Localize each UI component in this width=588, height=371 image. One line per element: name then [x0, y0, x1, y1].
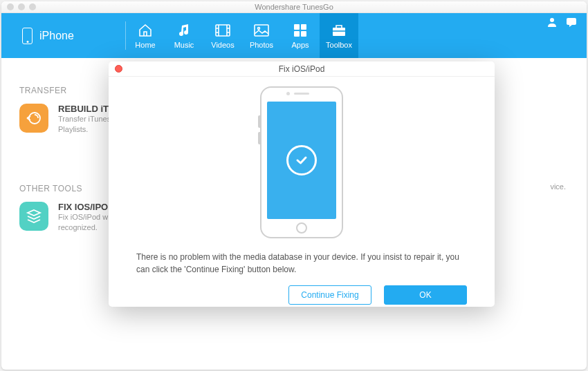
device-selector[interactable]: iPhone: [1, 13, 126, 58]
videos-icon: [215, 23, 230, 38]
svg-rect-9: [567, 18, 576, 25]
nav-label: Home: [135, 41, 155, 49]
svg-rect-0: [216, 25, 230, 36]
svg-rect-7: [333, 28, 345, 36]
modal-message: There is no problem with the media datab…: [136, 251, 467, 276]
modal-title: Fix iOS/iPod: [109, 61, 495, 77]
phone-home-button: [296, 222, 307, 234]
nav-label: Photos: [250, 41, 273, 49]
svg-rect-4: [301, 24, 306, 30]
phone-icon: [22, 28, 33, 44]
modal-body: There is no problem with the media datab…: [109, 77, 495, 313]
nav-home[interactable]: Home: [126, 13, 165, 58]
nav-label: Toolbox: [326, 41, 352, 49]
titlebar: Wondershare TunesGo: [1, 1, 587, 13]
photos-icon: [254, 23, 269, 38]
nav-tabs: Home Music Videos Photos: [126, 13, 358, 58]
home-icon: [138, 23, 153, 38]
phone-side-button: [258, 132, 260, 144]
divider: [125, 21, 126, 50]
music-icon: [176, 23, 192, 38]
phone-camera: [286, 92, 290, 95]
nav-label: Music: [174, 41, 194, 49]
truncated-text-right: vice.: [550, 182, 566, 191]
rebuild-icon: [19, 104, 48, 133]
toolbox-icon: [331, 23, 347, 38]
nav-toolbox[interactable]: Toolbox: [320, 13, 358, 58]
device-name: iPhone: [39, 30, 74, 42]
checkmark-icon: [286, 145, 317, 175]
nav-apps[interactable]: Apps: [281, 13, 320, 58]
svg-point-8: [550, 18, 554, 22]
app-window: Wondershare TunesGo iPhone Home Music: [1, 1, 587, 370]
phone-side-button: [258, 115, 260, 128]
svg-rect-6: [301, 31, 306, 37]
continue-fixing-button[interactable]: Continue Fixing: [288, 285, 371, 305]
modal-close-button[interactable]: [115, 65, 122, 73]
traffic-minimize[interactable]: [18, 3, 25, 10]
app-title: Wondershare TunesGo: [1, 1, 587, 13]
svg-point-2: [258, 27, 260, 29]
topbar-right: [546, 17, 577, 28]
phone-speaker: [294, 93, 309, 95]
apps-icon: [293, 23, 308, 38]
fix-ios-modal: Fix iOS/iPod There is no problem with th…: [109, 61, 495, 307]
phone-screen: [267, 102, 336, 219]
nav-photos[interactable]: Photos: [242, 13, 281, 58]
svg-rect-1: [255, 25, 268, 36]
nav-label: Videos: [211, 41, 234, 49]
ok-button[interactable]: OK: [384, 285, 467, 305]
traffic-lights: [7, 3, 36, 10]
modal-buttons: Continue Fixing OK: [136, 285, 467, 305]
traffic-close[interactable]: [7, 3, 14, 10]
fix-ios-icon: [19, 202, 48, 231]
traffic-zoom[interactable]: [29, 3, 36, 10]
phone-illustration: [260, 86, 343, 238]
nav-videos[interactable]: Videos: [203, 13, 242, 58]
modal-titlebar: Fix iOS/iPod: [109, 61, 495, 77]
top-nav-bar: iPhone Home Music Videos: [1, 13, 587, 58]
svg-rect-5: [294, 31, 300, 37]
feedback-icon[interactable]: [566, 17, 577, 28]
nav-music[interactable]: Music: [165, 13, 203, 58]
nav-label: Apps: [291, 41, 309, 49]
user-icon[interactable]: [546, 17, 558, 28]
svg-rect-3: [294, 24, 300, 30]
